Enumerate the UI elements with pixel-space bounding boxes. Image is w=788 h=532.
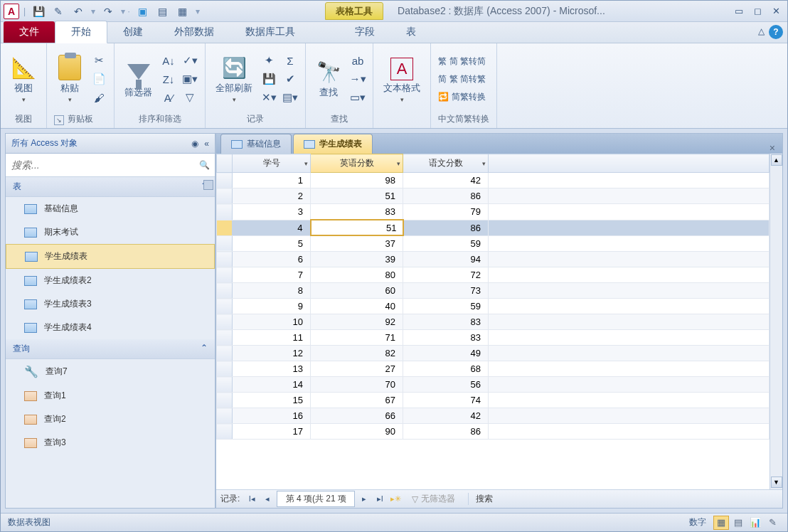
cell[interactable]: 13 [233, 361, 311, 377]
home-tab[interactable]: 开始 [55, 21, 107, 43]
cell[interactable]: 59 [403, 299, 489, 314]
nav-query-item[interactable]: 🔧查询7 [6, 359, 215, 384]
cell[interactable]: 73 [403, 283, 489, 299]
redo-icon[interactable]: ↷ [101, 4, 115, 18]
cell[interactable] [489, 283, 770, 299]
add-field-column[interactable] [489, 154, 770, 173]
quick-print-icon[interactable]: ✎ [51, 4, 65, 18]
cell[interactable]: 70 [311, 377, 403, 393]
nav-table-item[interactable]: 学生成绩表3 [6, 292, 215, 316]
replace-icon[interactable]: ab [350, 53, 366, 68]
vertical-scrollbar[interactable]: ▲ ▼ [770, 154, 782, 489]
nav-group-queries[interactable]: 查询⌃ [6, 339, 215, 359]
database-tools-tab[interactable]: 数据库工具 [230, 21, 311, 43]
select-all-cell[interactable] [217, 154, 233, 173]
fields-tab[interactable]: 字段 [339, 21, 390, 43]
cell[interactable] [489, 235, 770, 252]
qat-item3-icon[interactable]: ▦ [176, 4, 190, 18]
cell[interactable]: 60 [311, 283, 403, 299]
nav-collapse-icon[interactable]: « [204, 139, 209, 149]
cell[interactable]: 5 [233, 235, 311, 252]
cell[interactable] [489, 220, 770, 235]
table-row[interactable]: 63994 [217, 252, 770, 267]
nav-group-tables[interactable]: 表⌃ [6, 177, 215, 197]
doc-tab-student-scores[interactable]: 学生成绩表 [293, 134, 373, 154]
advanced-filter-icon[interactable]: ▣▾ [182, 71, 198, 87]
cell[interactable]: 67 [311, 393, 403, 408]
cell[interactable] [489, 361, 770, 377]
scroll-up-icon[interactable] [203, 180, 213, 190]
cell[interactable]: 94 [403, 252, 489, 267]
cell[interactable]: 72 [403, 267, 489, 283]
nav-header[interactable]: 所有 Access 对象 ◉ « [6, 134, 215, 154]
nav-table-item[interactable]: 学生成绩表 [6, 244, 215, 269]
maximize-button[interactable]: ◻ [749, 5, 766, 18]
cell[interactable]: 86 [403, 188, 489, 204]
find-button[interactable]: 🔭 查找 [313, 58, 344, 100]
save-record-icon[interactable]: 💾 [261, 71, 277, 87]
table-row[interactable]: 166642 [217, 408, 770, 424]
dialog-launcher-icon[interactable]: ↘ [54, 115, 64, 125]
totals-icon[interactable]: Σ [282, 53, 298, 68]
first-record-button[interactable]: I◂ [245, 493, 258, 506]
file-tab[interactable]: 文件 [4, 21, 55, 43]
cell[interactable] [489, 252, 770, 267]
row-selector[interactable] [217, 173, 233, 188]
new-record-icon[interactable]: ✦ [261, 53, 277, 68]
cell[interactable] [489, 188, 770, 204]
external-data-tab[interactable]: 外部数据 [159, 21, 230, 43]
row-selector[interactable] [217, 235, 233, 252]
table-row[interactable]: 53759 [217, 235, 770, 252]
cell[interactable]: 6 [233, 252, 311, 267]
cell[interactable]: 42 [403, 408, 489, 424]
qat-item-icon[interactable]: ▣ [136, 4, 150, 18]
design-view-button[interactable]: ✎ [765, 516, 780, 530]
table-row[interactable]: 156774 [217, 393, 770, 408]
cell[interactable]: 49 [403, 346, 489, 361]
table-row[interactable]: 117183 [217, 330, 770, 346]
column-dropdown-icon[interactable]: ▾ [482, 160, 486, 167]
goto-icon[interactable]: →▾ [350, 71, 366, 87]
cell[interactable]: 37 [311, 235, 403, 252]
cell[interactable]: 1 [233, 173, 311, 188]
cell[interactable] [489, 393, 770, 408]
cell[interactable]: 3 [233, 204, 311, 220]
table-row[interactable]: 109283 [217, 314, 770, 330]
row-selector[interactable] [217, 408, 233, 424]
save-icon[interactable]: 💾 [31, 4, 46, 18]
last-record-button[interactable]: ▸I [373, 493, 386, 506]
cell[interactable]: 2 [233, 188, 311, 204]
cell[interactable]: 90 [311, 424, 403, 440]
table-row[interactable]: 38379 [217, 204, 770, 220]
table-row[interactable]: 128249 [217, 346, 770, 361]
create-tab[interactable]: 创建 [107, 21, 159, 43]
cell[interactable] [489, 314, 770, 330]
cell[interactable]: 98 [311, 173, 403, 188]
row-selector[interactable] [217, 299, 233, 314]
more-records-icon[interactable]: ▤▾ [282, 90, 298, 105]
row-selector[interactable] [217, 346, 233, 361]
no-filter-indicator[interactable]: ▽无筛选器 [412, 493, 455, 505]
text-format-button[interactable]: A 文本格式 ▾ [380, 56, 423, 105]
filter-button[interactable]: 筛选器 [122, 58, 155, 100]
row-selector[interactable] [217, 314, 233, 330]
pivot-table-view-button[interactable]: ▤ [730, 516, 746, 530]
cell[interactable]: 7 [233, 267, 311, 283]
pivot-chart-view-button[interactable]: 📊 [747, 516, 763, 530]
row-selector[interactable] [217, 267, 233, 283]
format-painter-icon[interactable]: 🖌 [91, 90, 107, 105]
table-row[interactable]: 132768 [217, 361, 770, 377]
cell[interactable]: 10 [233, 314, 311, 330]
row-selector[interactable] [217, 204, 233, 220]
cell[interactable] [489, 204, 770, 220]
doc-tab-basic-info[interactable]: 基础信息 [220, 134, 292, 154]
new-record-button[interactable]: ▸✳ [389, 493, 402, 506]
record-search[interactable]: 搜索 [468, 493, 493, 505]
refresh-all-button[interactable]: 🔄 全部刷新 ▾ [213, 53, 255, 105]
cell[interactable]: 56 [403, 377, 489, 393]
table-row[interactable]: 86073 [217, 283, 770, 299]
record-position[interactable]: 第 4 项(共 21 项 [277, 491, 355, 507]
nav-table-item[interactable]: 期末考试 [6, 220, 215, 244]
cell[interactable]: 86 [403, 220, 489, 235]
remove-sort-icon[interactable]: A⁄ [161, 90, 176, 105]
